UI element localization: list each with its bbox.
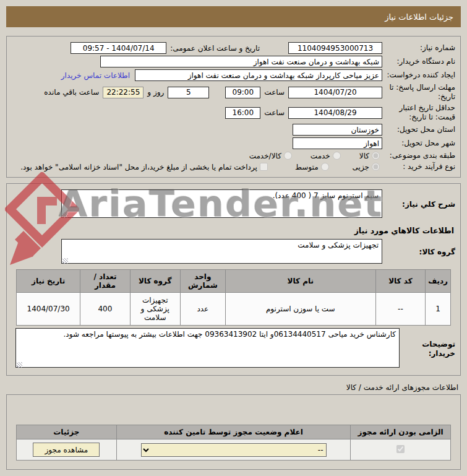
treasury-note: پرداخت تمام یا بخشی از مبلغ خرید،از محل … (20, 163, 257, 171)
row-need-desc: شرح کلي نیاز: سیم استرنوم سایز 7 ( 400 ع… (12, 189, 455, 220)
medium-radio-label: متوسط (295, 163, 319, 171)
buyer-notes-label: توضیحات خریدار: (400, 340, 455, 358)
row-need-number: شماره نیاز: تاریخ و ساعت اعلان عمومی: (12, 42, 455, 54)
permit-status-select[interactable]: -- (141, 443, 327, 457)
minor-radio[interactable] (372, 163, 380, 171)
price-validity-hour-label: ساعت (264, 108, 285, 117)
announce-datetime-field[interactable] (71, 42, 166, 54)
cell-row-number: 1 (426, 293, 451, 326)
col-item-code: کد کالا (375, 270, 426, 293)
treasury-checkbox[interactable] (260, 163, 268, 171)
goods-radio[interactable] (372, 152, 380, 160)
request-creator-field[interactable] (135, 69, 382, 81)
goods-section-header: اطلاعات کالاهاي مورد نیاز (13, 226, 454, 235)
remaining-hours-label: ساعت باقي مانده (44, 88, 99, 97)
reply-deadline-hour-label: ساعت (264, 88, 285, 97)
col-permit-required: الزامی بودن ارائه مجوز (351, 425, 450, 439)
row-purchase-process: نوع فرآیند خرید : جزیی متوسط پرداخت تمام… (12, 162, 455, 171)
cell-permit-details: مشاهده مجوز (17, 439, 116, 461)
goods-table-header-row: ردیف کد کالا نام کالا واحد شمارش گروه کا… (17, 270, 451, 293)
permits-table-header-row: الزامی بودن ارائه مجوز اعلام وضعیت مجوز … (17, 425, 451, 439)
goods-group-textarea[interactable]: تجهیزات پزشکی و سلامت (61, 239, 382, 264)
goods-table: ردیف کد کالا نام کالا واحد شمارش گروه کا… (16, 269, 451, 326)
buyer-org-field[interactable] (100, 56, 382, 67)
buyer-contact-link[interactable]: اطلاعات تماس خریدار (61, 71, 130, 80)
row-buyer-notes: توضیحات خریدار: کارشناس خرید میاحی 06134… (12, 328, 455, 370)
countdown-timer: 22:22:55 (103, 87, 144, 98)
need-info-groupbox: شماره نیاز: تاریخ و ساعت اعلان عمومی: نا… (6, 36, 461, 178)
row-province: استان محل تحویل: (12, 124, 455, 136)
permits-groupbox: الزامی بودن ارائه مجوز اعلام وضعیت مجوز … (6, 394, 461, 470)
permit-required-checkbox[interactable] (396, 445, 405, 453)
col-need-date: تاریخ نیاز (17, 270, 80, 293)
row-city: شهر محل تحویل: (12, 137, 455, 149)
reply-deadline-time-field[interactable] (225, 87, 260, 98)
goods-radio-label: کالا (359, 152, 369, 160)
option-minor[interactable]: جزیی (353, 163, 382, 171)
subject-class-label: طبقه بندی موضوعی: (382, 151, 455, 160)
goods-groupbox: شرح کلي نیاز: سیم استرنوم سایز 7 ( 400 ع… (6, 183, 461, 376)
row-buyer-org: نام دستگاه خریدار: (12, 56, 455, 67)
permits-section-header: اطلاعات مجوزهای ارائه خدمت / کالا (9, 383, 458, 392)
row-request-creator: ایجاد کننده درخواست: اطلاعات تماس خریدار (12, 69, 455, 81)
service-radio-label: خدمت (311, 152, 330, 160)
province-field[interactable] (293, 124, 382, 136)
col-quantity: تعداد / مقدار (80, 270, 131, 293)
city-field[interactable] (293, 137, 382, 149)
service-radio[interactable] (333, 152, 341, 160)
goods-service-radio[interactable] (284, 152, 292, 160)
row-subject-class: طبقه بندی موضوعی: کالا خدمت کالا/خدمت (12, 151, 455, 160)
col-permit-details: جزئیات (17, 425, 116, 439)
col-item-group: گروه کالا (130, 270, 180, 293)
price-validity-label: حداقل تاریخ اعتبار قیمت: تا تاریخ: (382, 103, 455, 122)
option-goods[interactable]: کالا (359, 152, 382, 160)
permits-table: الزامی بودن ارائه مجوز اعلام وضعیت مجوز … (16, 425, 451, 461)
remaining-days-field[interactable] (168, 87, 209, 98)
page: جزئیات اطلاعات نیاز شماره نیاز: تاریخ و … (0, 6, 467, 476)
cell-permit-status: -- (116, 439, 351, 461)
cell-item-name: ست یا سوزن استرنوم (226, 293, 375, 326)
need-number-label: شماره نیاز: (382, 43, 455, 53)
page-title: جزئیات اطلاعات نیاز (385, 12, 453, 22)
goods-table-row: 1 -- ست یا سوزن استرنوم عدد تجهیزات پزشک… (17, 293, 451, 326)
goods-group-label: گروه کالا: (382, 248, 455, 257)
title-bar: جزئیات اطلاعات نیاز (6, 6, 461, 27)
request-creator-label: ایجاد کننده درخواست: (382, 71, 455, 80)
row-goods-group: گروه کالا: تجهیزات پزشکی و سلامت (12, 239, 455, 266)
price-validity-time-field[interactable] (225, 107, 260, 119)
cell-unit: عدد (180, 293, 225, 326)
goods-service-radio-label: کالا/خدمت (249, 152, 281, 160)
row-price-validity: حداقل تاریخ اعتبار قیمت: تا تاریخ: ساعت (12, 103, 455, 122)
days-and-label: روز و (147, 88, 164, 97)
need-number-field[interactable] (288, 42, 382, 54)
cell-quantity: 400 (80, 293, 131, 326)
col-row-number: ردیف (426, 270, 451, 293)
reply-deadline-label: مهلت ارسال پاسخ: تا تاریخ: (382, 83, 455, 102)
medium-radio[interactable] (321, 163, 329, 171)
option-goods-service[interactable]: کالا/خدمت (249, 152, 294, 160)
col-permit-status: اعلام وضعیت مجوز توسط تامین کننده (116, 425, 351, 439)
province-label: استان محل تحویل: (382, 125, 455, 134)
row-reply-deadline: مهلت ارسال پاسخ: تا تاریخ: ساعت روز و 22… (12, 83, 455, 102)
col-item-name: نام کالا (226, 270, 375, 293)
treasury-option[interactable]: پرداخت تمام یا بخشی از مبلغ خرید،از محل … (20, 163, 270, 171)
need-desc-label: شرح کلي نیاز: (382, 200, 455, 209)
minor-radio-label: جزیی (353, 163, 369, 171)
option-medium[interactable]: متوسط (295, 163, 332, 171)
cell-item-code: -- (375, 293, 426, 326)
purchase-process-label: نوع فرآیند خرید : (382, 162, 455, 171)
option-service[interactable]: خدمت (311, 152, 343, 160)
permits-table-row: -- مشاهده مجوز (17, 439, 451, 461)
cell-item-group: تجهیزات پزشکی و سلامت (130, 293, 180, 326)
cell-need-date: 1404/07/30 (17, 293, 80, 326)
buyer-org-label: نام دستگاه خریدار: (382, 57, 455, 66)
buyer-notes-textarea[interactable]: کارشناس خرید میاحی 06134440517و ایتا 093… (15, 328, 400, 368)
announce-datetime-label: تاریخ و ساعت اعلان عمومی: (170, 44, 260, 53)
reply-deadline-date-field[interactable] (288, 87, 382, 98)
need-desc-textarea[interactable]: سیم استرنوم سایز 7 ( 400 عدد). (61, 189, 382, 218)
price-validity-date-field[interactable] (288, 107, 382, 119)
cell-permit-required (351, 439, 450, 461)
view-permit-button[interactable]: مشاهده مجوز (33, 443, 100, 457)
city-label: شهر محل تحویل: (382, 139, 455, 148)
col-unit: واحد شمارش (180, 270, 225, 293)
